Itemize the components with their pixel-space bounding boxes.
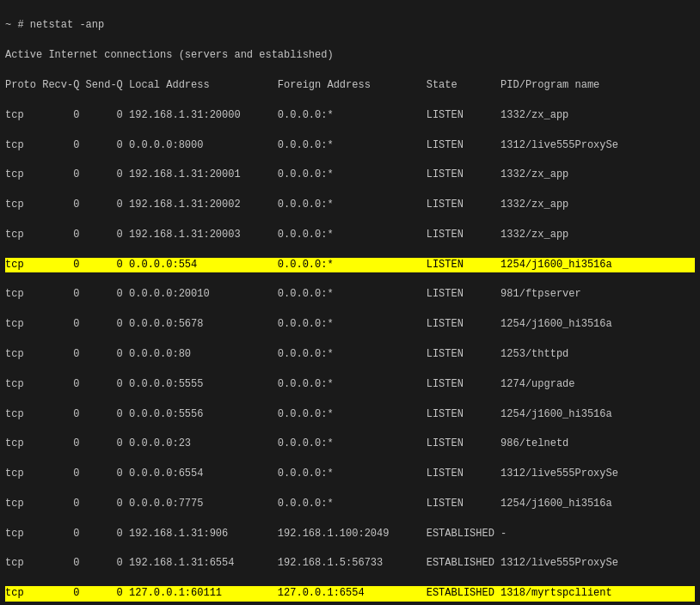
- terminal-line-10: tcp 0 0 0.0.0.0:5678 0.0.0.0:* LISTEN 12…: [5, 317, 695, 332]
- terminal-line-1: Active Internet connections (servers and…: [5, 48, 695, 63]
- terminal-line-16: tcp 0 0 0.0.0.0:7775 0.0.0.0:* LISTEN 12…: [5, 497, 695, 511]
- terminal-line-19: tcp 0 0 127.0.0.1:60111 127.0.0.1:6554 E…: [5, 586, 695, 601]
- terminal-line-11: tcp 0 0 0.0.0.0:80 0.0.0.0:* LISTEN 1253…: [5, 347, 695, 362]
- terminal-line-13: tcp 0 0 0.0.0.0:5556 0.0.0.0:* LISTEN 12…: [5, 407, 695, 422]
- terminal-line-0: ~ # netstat -anp: [5, 18, 695, 33]
- terminal-line-14: tcp 0 0 0.0.0.0:23 0.0.0.0:* LISTEN 986/…: [5, 437, 695, 451]
- terminal-line-15: tcp 0 0 0.0.0.0:6554 0.0.0.0:* LISTEN 13…: [5, 467, 695, 481]
- terminal-line-2: Proto Recv-Q Send-Q Local Address Foreig…: [5, 78, 695, 93]
- terminal-line-6: tcp 0 0 192.168.1.31:20002 0.0.0.0:* LIS…: [5, 198, 695, 212]
- terminal-output: ~ # netstat -anp Active Internet connect…: [5, 3, 695, 605]
- terminal-line-18: tcp 0 0 192.168.1.31:6554 192.168.1.5:56…: [5, 556, 695, 571]
- terminal-line-7: tcp 0 0 192.168.1.31:20003 0.0.0.0:* LIS…: [5, 228, 695, 242]
- terminal-line-17: tcp 0 0 192.168.1.31:906 192.168.1.100:2…: [5, 527, 695, 541]
- terminal-line-3: tcp 0 0 192.168.1.31:20000 0.0.0.0:* LIS…: [5, 108, 695, 123]
- terminal-line-5: tcp 0 0 192.168.1.31:20001 0.0.0.0:* LIS…: [5, 168, 695, 182]
- terminal-line-12: tcp 0 0 0.0.0.0:5555 0.0.0.0:* LISTEN 12…: [5, 377, 695, 392]
- terminal-line-8: tcp 0 0 0.0.0.0:554 0.0.0.0:* LISTEN 125…: [5, 258, 695, 272]
- terminal-line-4: tcp 0 0 0.0.0.0:8000 0.0.0.0:* LISTEN 13…: [5, 138, 695, 153]
- terminal-line-9: tcp 0 0 0.0.0.0:20010 0.0.0.0:* LISTEN 9…: [5, 287, 695, 302]
